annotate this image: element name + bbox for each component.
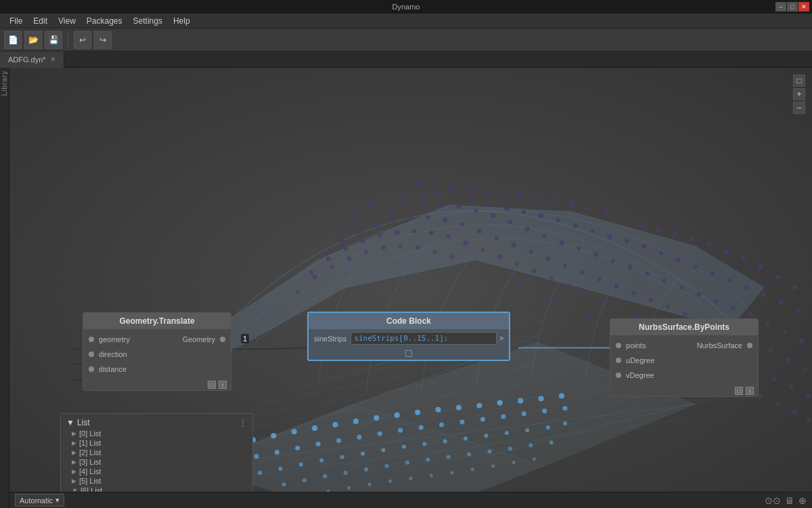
code-block-checkbox[interactable] <box>405 350 412 357</box>
svg-point-102 <box>799 339 804 343</box>
nurbs-footer-icon-2[interactable]: I <box>746 387 754 395</box>
app-title: Dynamo <box>392 3 420 11</box>
svg-point-266 <box>471 467 474 471</box>
status-icon-3[interactable]: ⊕ <box>798 495 807 506</box>
svg-point-108 <box>408 215 413 219</box>
close-button[interactable]: ✕ <box>798 2 809 12</box>
main-area: Library <box>0 68 812 508</box>
geometry-port-left: geometry <box>89 335 130 343</box>
svg-point-163 <box>313 275 317 280</box>
svg-point-85 <box>508 220 512 224</box>
list-item-5[interactable]: ▶ [5] List <box>61 476 252 486</box>
svg-point-234 <box>381 448 385 452</box>
svg-point-112 <box>477 229 482 234</box>
svg-point-74 <box>796 310 800 314</box>
svg-point-218 <box>378 431 382 436</box>
svg-point-213 <box>275 450 279 454</box>
svg-point-98 <box>731 305 736 310</box>
code-block-node: Code Block sineStrips > <box>307 312 510 361</box>
tab-adfg[interactable]: ADFG.dyn* ✕ <box>0 51 64 68</box>
node-footer-icon-1[interactable]: □ <box>208 381 216 389</box>
svg-point-260 <box>347 486 351 490</box>
svg-point-91 <box>611 259 615 263</box>
svg-point-174 <box>501 277 505 281</box>
undo-button[interactable]: ↩ <box>74 31 91 49</box>
svg-point-235 <box>402 445 406 449</box>
svg-point-242 <box>546 425 550 429</box>
code-block-header: Code Block <box>309 313 509 329</box>
list-item-1[interactable]: ▶ [1] List <box>61 438 252 448</box>
svg-point-189 <box>758 394 763 398</box>
node-footer-icon-2[interactable]: I <box>219 381 227 389</box>
svg-point-45 <box>758 264 763 269</box>
svg-point-223 <box>480 417 485 421</box>
svg-point-124 <box>683 311 687 316</box>
svg-point-77 <box>371 213 375 217</box>
svg-point-119 <box>597 277 602 281</box>
svg-point-104 <box>340 238 344 243</box>
svg-point-162 <box>296 289 300 293</box>
status-icon-1[interactable]: ⊙⊙ <box>765 495 781 506</box>
svg-point-191 <box>792 410 797 415</box>
zoom-plus-button[interactable]: + <box>793 88 805 100</box>
menu-settings[interactable]: Settings <box>128 15 168 27</box>
minimize-button[interactable]: – <box>775 2 786 12</box>
svg-point-236 <box>422 442 426 446</box>
canvas[interactable]: 1 Geometry.Translate geometry Geometry <box>9 68 812 508</box>
tab-close-icon[interactable]: ✕ <box>50 56 55 63</box>
svg-point-49 <box>367 203 372 207</box>
svg-point-69 <box>710 272 715 276</box>
list-scroll-handle[interactable]: ⋮ <box>239 418 247 427</box>
list-item-0-label: [0] List <box>79 429 101 438</box>
svg-point-212 <box>254 454 258 459</box>
svg-point-196 <box>271 433 276 438</box>
svg-point-46 <box>775 275 780 279</box>
svg-point-70 <box>727 278 731 282</box>
svg-point-106 <box>374 224 379 228</box>
nurbs-footer-icon-1[interactable]: □ <box>735 387 743 395</box>
svg-point-180 <box>604 322 608 326</box>
svg-point-100 <box>765 321 770 326</box>
points-port-row: points NurbsSurface <box>610 338 758 353</box>
list-item-0-arrow: ▶ <box>72 430 76 437</box>
list-item-3[interactable]: ▶ [3] List <box>61 457 252 467</box>
svg-point-142 <box>480 248 484 252</box>
library-sidebar[interactable]: Library <box>0 68 9 508</box>
svg-point-169 <box>415 245 420 250</box>
code-input-field[interactable] <box>351 332 497 345</box>
menu-packages[interactable]: Packages <box>81 15 128 27</box>
redo-button[interactable]: ↪ <box>94 31 112 49</box>
run-mode-dropdown[interactable]: Automatic ▾ <box>15 494 64 507</box>
menu-edit[interactable]: Edit <box>28 15 53 27</box>
geometry-port-right: Geometry <box>183 335 225 343</box>
menu-help[interactable]: Help <box>168 15 196 27</box>
svg-point-97 <box>714 299 718 303</box>
status-icon-2[interactable]: 🖥 <box>785 495 794 506</box>
list-item-1-arrow: ▶ <box>72 440 76 446</box>
svg-point-248 <box>364 467 368 471</box>
svg-point-203 <box>415 410 420 415</box>
zoom-fit-button[interactable]: □ <box>793 75 805 87</box>
zoom-minus-button[interactable]: – <box>793 102 805 114</box>
svg-point-172 <box>467 262 471 266</box>
open-button[interactable]: 📂 <box>24 31 42 49</box>
menu-file[interactable]: File <box>4 15 28 27</box>
save-button[interactable]: 💾 <box>45 31 62 49</box>
svg-point-239 <box>484 433 488 438</box>
svg-point-44 <box>742 257 746 261</box>
svg-point-82 <box>456 204 461 209</box>
list-item-4[interactable]: ▶ [4] List <box>61 467 252 476</box>
svg-point-115 <box>528 250 533 254</box>
menu-view[interactable]: View <box>53 15 81 27</box>
code-expand-icon[interactable]: > <box>499 335 503 342</box>
list-item-2[interactable]: ▶ [2] List <box>61 448 252 457</box>
library-label[interactable]: Library <box>1 70 8 96</box>
new-button[interactable]: 📄 <box>4 31 22 49</box>
maximize-button[interactable]: □ <box>787 2 798 12</box>
svg-point-263 <box>409 477 412 480</box>
list-expand-arrow[interactable]: ▼ <box>66 418 74 427</box>
svg-point-123 <box>666 305 670 309</box>
svg-point-240 <box>505 431 509 435</box>
list-item-0[interactable]: ▶ [0] List <box>61 429 252 438</box>
list-header: ▼ List ⋮ <box>61 417 252 429</box>
